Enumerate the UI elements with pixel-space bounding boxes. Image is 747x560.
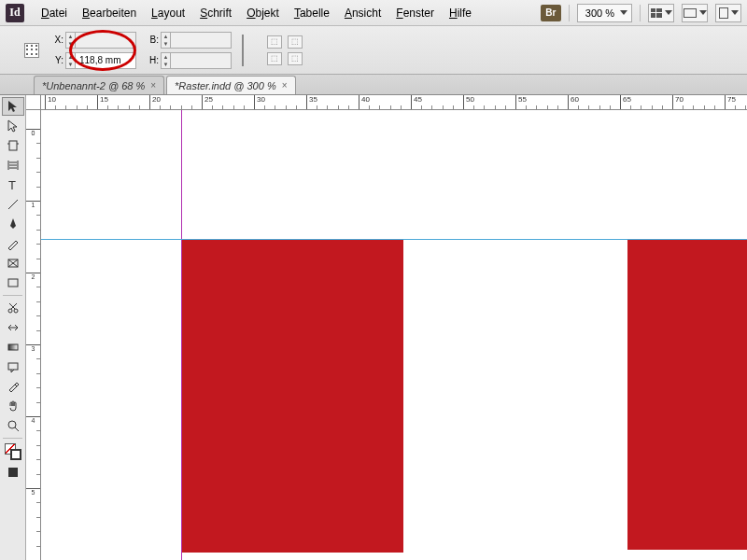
x-stepper[interactable]: ▲▼	[65, 32, 75, 49]
close-icon[interactable]: ×	[282, 80, 288, 91]
svg-point-11	[8, 421, 16, 428]
workspace: T 101520253035404550556065707580 0123456	[0, 95, 747, 560]
rectangle-object-1[interactable]	[182, 240, 403, 553]
svg-rect-9	[8, 344, 18, 350]
tool-direct-select[interactable]	[2, 117, 24, 135]
svg-text:T: T	[8, 178, 16, 191]
bridge-icon[interactable]: Br	[541, 5, 561, 21]
tool-page[interactable]	[2, 136, 24, 155]
horizontal-ruler[interactable]: 101520253035404550556065707580	[41, 95, 747, 110]
tool-pen[interactable]	[2, 215, 24, 233]
tool-zoom[interactable]	[2, 416, 24, 435]
flow-icon-2[interactable]: ⬚	[288, 35, 303, 49]
tool-gap[interactable]	[2, 156, 24, 175]
document-tab-0[interactable]: *Unbenannt-2 @ 68 % ×	[34, 76, 164, 94]
x-label: X:	[52, 35, 63, 45]
h-label: H:	[148, 55, 159, 65]
document-tabs: *Unbenannt-2 @ 68 % × *Raster.indd @ 300…	[0, 75, 747, 95]
menu-edit[interactable]: Bearbeiten	[75, 7, 144, 20]
tool-pencil[interactable]	[2, 234, 24, 253]
control-bar: X: ▲▼ Y: ▲▼ 118,8 mm B: ▲▼ H: ▲▼ ⬚⬚ ⬚⬚	[0, 26, 747, 75]
menu-file[interactable]: Datei	[34, 7, 75, 20]
app-icon: Id	[6, 4, 24, 22]
autoflow-icons: ⬚⬚ ⬚⬚	[267, 35, 303, 65]
vertical-ruler[interactable]: 0123456	[26, 110, 41, 560]
reference-point-selector[interactable]	[24, 43, 39, 58]
tool-selection[interactable]	[2, 97, 24, 116]
rectangle-object-2[interactable]	[627, 240, 747, 550]
fill-stroke-swatch[interactable]	[5, 443, 21, 460]
close-icon[interactable]: ×	[150, 80, 156, 91]
svg-point-7	[8, 309, 12, 313]
menu-help[interactable]: Hilfe	[442, 7, 479, 20]
chevron-down-icon	[620, 10, 627, 15]
svg-rect-6	[8, 279, 18, 287]
menu-type[interactable]: Schrift	[192, 7, 239, 20]
link-wh-icon[interactable]	[237, 33, 248, 68]
tool-rect[interactable]	[2, 273, 24, 292]
h-stepper[interactable]: ▲▼	[161, 52, 170, 69]
document-tab-1[interactable]: *Raster.indd @ 300 % ×	[166, 76, 295, 94]
tool-scissors[interactable]	[2, 299, 24, 317]
y-field[interactable]: 118,8 mm	[75, 52, 136, 69]
tab-label: *Raster.indd @ 300 %	[175, 80, 276, 91]
zoom-level-select[interactable]: 300 %	[577, 4, 632, 22]
ruler-origin[interactable]	[26, 95, 41, 110]
menu-bar: Id Datei Bearbeiten Layout Schrift Objek…	[0, 0, 747, 26]
h-field[interactable]	[170, 52, 232, 69]
tool-line[interactable]	[2, 195, 24, 214]
zoom-value: 300 %	[585, 7, 614, 19]
svg-rect-0	[9, 141, 17, 150]
tool-gradient[interactable]	[2, 338, 24, 357]
svg-rect-13	[8, 468, 18, 477]
canvas-area: 101520253035404550556065707580 0123456	[26, 95, 747, 560]
y-stepper[interactable]: ▲▼	[65, 52, 75, 69]
y-label: Y:	[52, 55, 63, 65]
w-label: B:	[148, 35, 159, 45]
toolbox: T	[0, 95, 26, 560]
flow-icon-4[interactable]: ⬚	[288, 52, 303, 65]
svg-point-8	[14, 309, 18, 313]
screen-mode-button[interactable]	[682, 4, 708, 22]
tool-hand[interactable]	[2, 397, 24, 415]
tool-free-transform[interactable]	[2, 318, 24, 337]
view-options-button[interactable]	[648, 4, 674, 22]
w-field[interactable]	[170, 32, 232, 49]
tool-eyedropper[interactable]	[2, 377, 24, 396]
svg-line-2	[8, 200, 18, 209]
svg-rect-10	[8, 363, 18, 370]
canvas[interactable]	[41, 110, 747, 560]
flow-icon-1[interactable]: ⬚	[267, 35, 282, 49]
menu-window[interactable]: Fenster	[388, 7, 442, 20]
menu-table[interactable]: Tabelle	[287, 7, 337, 20]
menu-object[interactable]: Objekt	[239, 7, 287, 20]
svg-line-12	[15, 427, 19, 431]
tool-note[interactable]	[2, 357, 24, 376]
flow-icon-3[interactable]: ⬚	[267, 52, 282, 65]
tool-type[interactable]: T	[2, 175, 24, 194]
tool-apply-color[interactable]	[2, 463, 24, 482]
tab-label: *Unbenannt-2 @ 68 %	[42, 80, 145, 91]
x-field[interactable]	[75, 32, 136, 49]
w-stepper[interactable]: ▲▼	[161, 32, 170, 49]
tool-rect-frame[interactable]	[2, 254, 24, 273]
menu-layout[interactable]: Layout	[144, 7, 192, 20]
menu-view[interactable]: Ansicht	[337, 7, 388, 20]
arrange-docs-button[interactable]	[715, 4, 741, 22]
